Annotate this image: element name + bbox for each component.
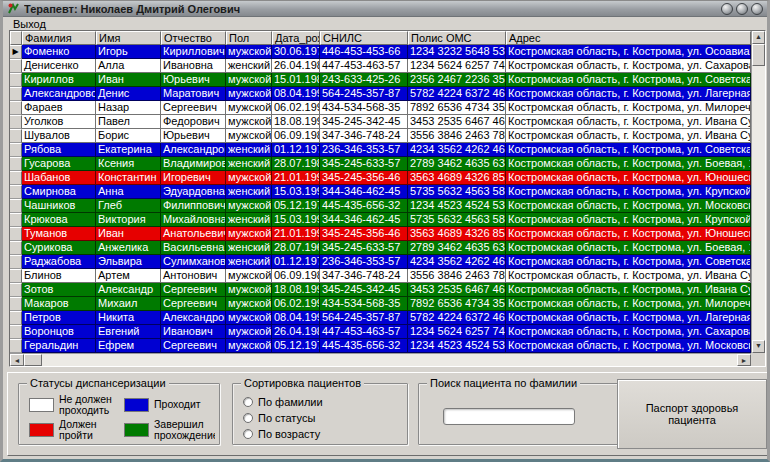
cell-oms[interactable]: 5782 4224 6372 4637	[408, 87, 506, 101]
cell-address[interactable]: Костромская область, г. Кострома, ул. Ми…	[506, 101, 751, 115]
cell-address[interactable]: Костромская область, г. Кострома, ул. Са…	[506, 325, 751, 339]
cell-snils[interactable]: 236-346-353-57	[320, 143, 408, 157]
cell-gender[interactable]: мужской	[226, 115, 272, 129]
cell-snils[interactable]: 243-633-425-26	[320, 73, 408, 87]
cell-gender[interactable]: женский	[226, 255, 272, 269]
cell-birth_date[interactable]: 28.07.1965	[272, 241, 320, 255]
cell-gender[interactable]: мужской	[226, 87, 272, 101]
cell-snils[interactable]: 446-453-453-66	[320, 45, 408, 59]
cell-address[interactable]: Костромская область, г. Кострома, ул. Кр…	[506, 213, 751, 227]
cell-patronymic[interactable]: Антонович	[161, 269, 226, 283]
horizontal-scroll-thumb[interactable]	[24, 354, 42, 366]
cell-address[interactable]: Костромская область, г. Кострома, ул. Мо…	[506, 339, 751, 353]
cell-gender[interactable]: мужской	[226, 283, 272, 297]
cell-name[interactable]: Михаил	[96, 297, 161, 311]
cell-gender[interactable]: мужской	[226, 171, 272, 185]
table-row[interactable]: ШабановКонстантинИгоревичмужской21.01.19…	[10, 171, 751, 185]
cell-surname[interactable]: Уголков	[22, 115, 96, 129]
radio-icon[interactable]	[243, 413, 253, 423]
cell-surname[interactable]: Блинов	[22, 269, 96, 283]
sort-option-label[interactable]: По фамилии	[258, 396, 323, 408]
cell-surname[interactable]: Туманов	[22, 227, 96, 241]
cell-name[interactable]: Павел	[96, 115, 161, 129]
cell-name[interactable]: Екатерина	[96, 143, 161, 157]
cell-patronymic[interactable]: Сулимханова	[161, 255, 226, 269]
cell-birth_date[interactable]: 05.12.1975	[272, 339, 320, 353]
table-row[interactable]: РаджабоваЭльвираСулимхановаженский01.12.…	[10, 255, 751, 269]
table-row[interactable]: КрюковаВикторияМихайловнаженский15.03.19…	[10, 213, 751, 227]
cell-gender[interactable]: мужской	[226, 339, 272, 353]
cell-gender[interactable]: мужской	[226, 325, 272, 339]
cell-gender[interactable]: мужской	[226, 45, 272, 59]
passport-button[interactable]: Паспорт здоровья пациента	[617, 379, 767, 449]
cell-birth_date[interactable]: 30.06.1978	[272, 45, 320, 59]
cell-name[interactable]: Артем	[96, 269, 161, 283]
table-row[interactable]: БлиновАртемАнтоновичмужской06.09.1988347…	[10, 269, 751, 283]
table-row[interactable]: ТумановИванАнатольевичмужской21.01.19943…	[10, 227, 751, 241]
cell-surname[interactable]: Шувалов	[22, 129, 96, 143]
table-row[interactable]: ГусароваКсенияВладимировнаженский28.07.1…	[10, 157, 751, 171]
horizontal-scrollbar[interactable]: ◄ ►	[10, 353, 751, 366]
cell-name[interactable]: Никита	[96, 311, 161, 325]
cell-address[interactable]: Костромская область, г. Кострома, ул. Кр…	[506, 185, 751, 199]
vertical-scroll-thumb[interactable]	[752, 44, 765, 66]
cell-oms[interactable]: 2789 3462 4635 6345	[408, 241, 506, 255]
cell-address[interactable]: Костромская область, г. Кострома, ул. Со…	[506, 73, 751, 87]
radio-icon[interactable]	[243, 429, 253, 439]
cell-name[interactable]: Глеб	[96, 199, 161, 213]
cell-surname[interactable]: Фоменко	[22, 45, 96, 59]
cell-oms[interactable]: 4234 3562 4262 4637	[408, 143, 506, 157]
scroll-left-icon[interactable]: ◄	[10, 354, 24, 366]
table-row[interactable]: ▶ФоменкоИгорьКирилловичмужской30.06.1978…	[10, 45, 751, 59]
cell-oms[interactable]: 3453 2535 6467 4672	[408, 283, 506, 297]
cell-patronymic[interactable]: Эдуардовна	[161, 185, 226, 199]
cell-patronymic[interactable]: Александровна	[161, 143, 226, 157]
cell-name[interactable]: Константин	[96, 171, 161, 185]
cell-name[interactable]: Иван	[96, 227, 161, 241]
horizontal-scroll-track[interactable]	[42, 354, 737, 366]
column-header-3[interactable]: Отчество	[161, 31, 226, 45]
cell-oms[interactable]: 4234 3562 4262 4637	[408, 255, 506, 269]
cell-birth_date[interactable]: 21.01.1994	[272, 227, 320, 241]
cell-snils[interactable]: 347-346-748-24	[320, 129, 408, 143]
cell-name[interactable]: Денис	[96, 87, 161, 101]
cell-surname[interactable]: Рябова	[22, 143, 96, 157]
cell-name[interactable]: Назар	[96, 101, 161, 115]
cell-address[interactable]: Костромская область, г. Кострома, ул. Со…	[506, 143, 751, 157]
table-row[interactable]: РябоваЕкатеринаАлександровнаженский01.12…	[10, 143, 751, 157]
cell-gender[interactable]: мужской	[226, 311, 272, 325]
table-row[interactable]: АлександровскийДенисМаратовичмужской08.0…	[10, 87, 751, 101]
table-row[interactable]: ДенисенкоАллаИвановнаженский26.04.198644…	[10, 59, 751, 73]
cell-birth_date[interactable]: 06.09.1988	[272, 129, 320, 143]
table-row[interactable]: СмирноваАннаЭдуардовнаженский15.03.19973…	[10, 185, 751, 199]
cell-snils[interactable]: 564-245-357-87	[320, 87, 408, 101]
cell-oms[interactable]: 1234 5624 6257 7456	[408, 59, 506, 73]
table-row[interactable]: ШуваловБорисЮрьевичмужской06.09.1988347-…	[10, 129, 751, 143]
cell-patronymic[interactable]: Владимировна	[161, 157, 226, 171]
cell-birth_date[interactable]: 18.08.1991	[272, 283, 320, 297]
cell-gender[interactable]: мужской	[226, 269, 272, 283]
cell-oms[interactable]: 3556 3846 2463 7894	[408, 269, 506, 283]
cell-address[interactable]: Костромская область, г. Кострома, ул. Мо…	[506, 199, 751, 213]
cell-surname[interactable]: Зотов	[22, 283, 96, 297]
cell-address[interactable]: Костромская область, г. Кострома, ул. Ив…	[506, 115, 751, 129]
cell-birth_date[interactable]: 06.02.1996	[272, 297, 320, 311]
search-input[interactable]	[443, 408, 575, 425]
cell-snils[interactable]: 345-245-342-45	[320, 283, 408, 297]
cell-surname[interactable]: Сурикова	[22, 241, 96, 255]
cell-patronymic[interactable]: Анатольевич	[161, 227, 226, 241]
cell-name[interactable]: Игорь	[96, 45, 161, 59]
cell-name[interactable]: Алла	[96, 59, 161, 73]
cell-surname[interactable]: Гусарова	[22, 157, 96, 171]
column-header-7[interactable]: Полис ОМС	[408, 31, 506, 45]
cell-snils[interactable]: 345-245-633-57	[320, 157, 408, 171]
cell-gender[interactable]: женский	[226, 143, 272, 157]
cell-birth_date[interactable]: 15.03.1997	[272, 213, 320, 227]
cell-snils[interactable]: 445-435-656-32	[320, 199, 408, 213]
cell-surname[interactable]: Крюкова	[22, 213, 96, 227]
cell-address[interactable]: Костромская область, г. Кострома, ул. Ив…	[506, 269, 751, 283]
cell-oms[interactable]: 3563 4689 4326 8535	[408, 171, 506, 185]
sort-option-3[interactable]: По возрасту	[243, 426, 403, 442]
cell-surname[interactable]: Петров	[22, 311, 96, 325]
cell-snils[interactable]: 447-453-463-57	[320, 59, 408, 73]
